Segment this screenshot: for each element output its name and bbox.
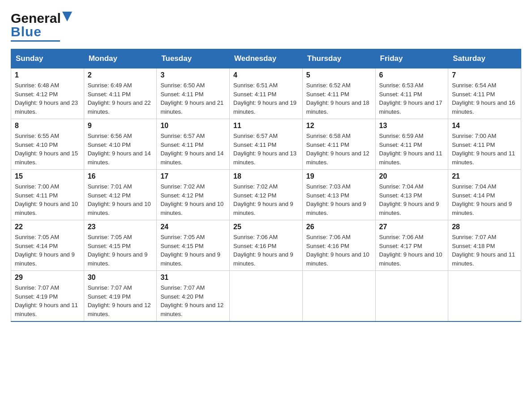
- day-number: 8: [15, 122, 80, 130]
- day-number: 17: [160, 172, 226, 180]
- calendar-cell: 9Sunrise: 6:56 AMSunset: 4:10 PMDaylight…: [84, 119, 157, 170]
- calendar-cell: [448, 271, 521, 322]
- calendar-header-monday: Monday: [84, 49, 157, 68]
- logo: General Blue: [11, 11, 72, 42]
- day-info: Sunrise: 6:51 AMSunset: 4:11 PMDaylight:…: [233, 81, 299, 116]
- day-info: Sunrise: 6:57 AMSunset: 4:11 PMDaylight:…: [233, 132, 299, 167]
- calendar-cell: 6Sunrise: 6:53 AMSunset: 4:11 PMDaylight…: [375, 68, 448, 119]
- calendar-header-friday: Friday: [375, 49, 448, 68]
- day-info: Sunrise: 6:59 AMSunset: 4:11 PMDaylight:…: [379, 132, 445, 167]
- calendar-header-thursday: Thursday: [302, 49, 375, 68]
- day-info: Sunrise: 7:01 AMSunset: 4:12 PMDaylight:…: [88, 182, 153, 217]
- day-info: Sunrise: 7:03 AMSunset: 4:13 PMDaylight:…: [306, 182, 372, 217]
- day-info: Sunrise: 7:00 AMSunset: 4:11 PMDaylight:…: [15, 182, 80, 217]
- day-info: Sunrise: 7:07 AMSunset: 4:18 PMDaylight:…: [452, 233, 517, 268]
- calendar-cell: 20Sunrise: 7:04 AMSunset: 4:13 PMDayligh…: [375, 170, 448, 220]
- logo-blue-text: Blue: [11, 24, 42, 39]
- day-number: 16: [88, 172, 153, 180]
- calendar-week-row: 22Sunrise: 7:05 AMSunset: 4:14 PMDayligh…: [11, 220, 521, 271]
- calendar-cell: 8Sunrise: 6:55 AMSunset: 4:10 PMDaylight…: [11, 119, 84, 170]
- calendar-week-row: 8Sunrise: 6:55 AMSunset: 4:10 PMDaylight…: [11, 119, 521, 170]
- day-info: Sunrise: 6:55 AMSunset: 4:10 PMDaylight:…: [15, 132, 80, 167]
- calendar-cell: 27Sunrise: 7:06 AMSunset: 4:17 PMDayligh…: [375, 220, 448, 271]
- day-info: Sunrise: 7:05 AMSunset: 4:14 PMDaylight:…: [15, 233, 80, 268]
- day-info: Sunrise: 7:04 AMSunset: 4:13 PMDaylight:…: [379, 182, 445, 217]
- day-number: 22: [15, 223, 80, 231]
- calendar-header-wednesday: Wednesday: [230, 49, 303, 68]
- day-info: Sunrise: 6:54 AMSunset: 4:11 PMDaylight:…: [452, 81, 517, 116]
- calendar-cell: 24Sunrise: 7:05 AMSunset: 4:15 PMDayligh…: [157, 220, 230, 271]
- day-info: Sunrise: 7:07 AMSunset: 4:19 PMDaylight:…: [15, 283, 80, 318]
- calendar-cell: 13Sunrise: 6:59 AMSunset: 4:11 PMDayligh…: [375, 119, 448, 170]
- day-number: 27: [379, 223, 445, 231]
- day-number: 30: [88, 274, 153, 282]
- calendar-cell: 23Sunrise: 7:05 AMSunset: 4:15 PMDayligh…: [84, 220, 157, 271]
- day-info: Sunrise: 7:04 AMSunset: 4:14 PMDaylight:…: [452, 182, 517, 217]
- calendar-cell: 10Sunrise: 6:57 AMSunset: 4:11 PMDayligh…: [157, 119, 230, 170]
- calendar-cell: 12Sunrise: 6:58 AMSunset: 4:11 PMDayligh…: [302, 119, 375, 170]
- day-number: 7: [452, 71, 517, 79]
- calendar-week-row: 29Sunrise: 7:07 AMSunset: 4:19 PMDayligh…: [11, 271, 521, 322]
- calendar-cell: 21Sunrise: 7:04 AMSunset: 4:14 PMDayligh…: [448, 170, 521, 220]
- calendar-cell: 15Sunrise: 7:00 AMSunset: 4:11 PMDayligh…: [11, 170, 84, 220]
- calendar-week-row: 15Sunrise: 7:00 AMSunset: 4:11 PMDayligh…: [11, 170, 521, 220]
- calendar-cell: 28Sunrise: 7:07 AMSunset: 4:18 PMDayligh…: [448, 220, 521, 271]
- day-info: Sunrise: 7:06 AMSunset: 4:16 PMDaylight:…: [306, 233, 372, 268]
- calendar-cell: 5Sunrise: 6:52 AMSunset: 4:11 PMDaylight…: [302, 68, 375, 119]
- day-number: 13: [379, 122, 445, 130]
- day-number: 11: [233, 122, 299, 130]
- day-number: 23: [88, 223, 153, 231]
- calendar-cell: 7Sunrise: 6:54 AMSunset: 4:11 PMDaylight…: [448, 68, 521, 119]
- calendar-cell: 16Sunrise: 7:01 AMSunset: 4:12 PMDayligh…: [84, 170, 157, 220]
- day-number: 20: [379, 172, 445, 180]
- calendar-cell: 1Sunrise: 6:48 AMSunset: 4:12 PMDaylight…: [11, 68, 84, 119]
- calendar-cell: 29Sunrise: 7:07 AMSunset: 4:19 PMDayligh…: [11, 271, 84, 322]
- day-number: 14: [452, 122, 517, 130]
- day-info: Sunrise: 7:05 AMSunset: 4:15 PMDaylight:…: [160, 233, 226, 268]
- calendar-cell: 19Sunrise: 7:03 AMSunset: 4:13 PMDayligh…: [302, 170, 375, 220]
- calendar-cell: 11Sunrise: 6:57 AMSunset: 4:11 PMDayligh…: [230, 119, 303, 170]
- day-info: Sunrise: 7:02 AMSunset: 4:12 PMDaylight:…: [233, 182, 299, 217]
- calendar-header-saturday: Saturday: [448, 49, 521, 68]
- day-number: 15: [15, 172, 80, 180]
- calendar-cell: 26Sunrise: 7:06 AMSunset: 4:16 PMDayligh…: [302, 220, 375, 271]
- calendar-cell: [302, 271, 375, 322]
- day-number: 5: [306, 71, 372, 79]
- day-number: 10: [160, 122, 226, 130]
- logo-general-text: General: [11, 11, 61, 26]
- day-number: 26: [306, 223, 372, 231]
- day-info: Sunrise: 6:53 AMSunset: 4:11 PMDaylight:…: [379, 81, 445, 116]
- svg-marker-0: [62, 12, 72, 21]
- calendar-cell: 17Sunrise: 7:02 AMSunset: 4:12 PMDayligh…: [157, 170, 230, 220]
- day-number: 21: [452, 172, 517, 180]
- day-info: Sunrise: 7:06 AMSunset: 4:16 PMDaylight:…: [233, 233, 299, 268]
- day-info: Sunrise: 6:58 AMSunset: 4:11 PMDaylight:…: [306, 132, 372, 167]
- calendar-cell: 18Sunrise: 7:02 AMSunset: 4:12 PMDayligh…: [230, 170, 303, 220]
- calendar-cell: 30Sunrise: 7:07 AMSunset: 4:19 PMDayligh…: [84, 271, 157, 322]
- calendar-table: SundayMondayTuesdayWednesdayThursdayFrid…: [11, 49, 521, 322]
- calendar-header-sunday: Sunday: [11, 49, 84, 68]
- calendar-cell: 14Sunrise: 7:00 AMSunset: 4:11 PMDayligh…: [448, 119, 521, 170]
- logo-underline: [11, 40, 60, 42]
- day-number: 2: [88, 71, 153, 79]
- day-number: 9: [88, 122, 153, 130]
- logo-arrow-icon: [62, 12, 72, 21]
- calendar-cell: 31Sunrise: 7:07 AMSunset: 4:20 PMDayligh…: [157, 271, 230, 322]
- day-number: 28: [452, 223, 517, 231]
- calendar-cell: [230, 271, 303, 322]
- calendar-header-tuesday: Tuesday: [157, 49, 230, 68]
- day-number: 25: [233, 223, 299, 231]
- day-info: Sunrise: 7:07 AMSunset: 4:20 PMDaylight:…: [160, 283, 226, 318]
- day-number: 12: [306, 122, 372, 130]
- day-number: 6: [379, 71, 445, 79]
- day-info: Sunrise: 7:06 AMSunset: 4:17 PMDaylight:…: [379, 233, 445, 268]
- day-number: 18: [233, 172, 299, 180]
- calendar-header-row: SundayMondayTuesdayWednesdayThursdayFrid…: [11, 49, 521, 68]
- day-info: Sunrise: 6:50 AMSunset: 4:11 PMDaylight:…: [160, 81, 226, 116]
- day-info: Sunrise: 6:56 AMSunset: 4:10 PMDaylight:…: [88, 132, 153, 167]
- day-number: 31: [160, 274, 226, 282]
- day-number: 29: [15, 274, 80, 282]
- day-info: Sunrise: 7:05 AMSunset: 4:15 PMDaylight:…: [88, 233, 153, 268]
- calendar-cell: 2Sunrise: 6:49 AMSunset: 4:11 PMDaylight…: [84, 68, 157, 119]
- calendar-cell: [375, 271, 448, 322]
